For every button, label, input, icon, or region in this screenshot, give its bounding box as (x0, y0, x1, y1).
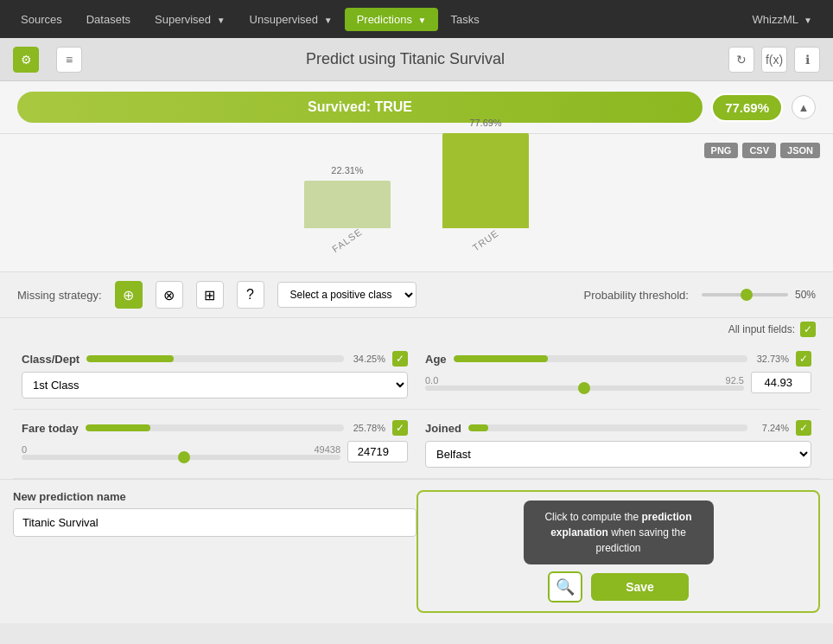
save-row: 🔍 Save (548, 571, 689, 603)
field-age-checkbox[interactable]: ✓ (796, 351, 811, 367)
nav-datasets[interactable]: Datasets (74, 8, 143, 31)
strategy-icon-1: ⊕ (123, 287, 134, 303)
field-fare-bar (86, 424, 344, 431)
collapse-btn[interactable]: ▲ (792, 95, 816, 119)
true-bar-label: 77.69% (469, 118, 501, 128)
strategy-icon-3: ⊞ (204, 287, 215, 303)
nav-sources[interactable]: Sources (9, 8, 74, 31)
controls-row: Missing strategy: ⊕ ⊗ ⊞ ? Select a posit… (0, 272, 833, 318)
true-bar-group: 77.69% TRUE (442, 118, 529, 245)
true-axis-label: TRUE (471, 227, 501, 252)
age-min-label: 0.0 (425, 375, 438, 386)
export-csv-btn[interactable]: CSV (742, 143, 776, 158)
save-section: Click to compute the prediction explanat… (416, 490, 820, 613)
field-class-dept-fill (86, 355, 174, 362)
title-bar: ⚙ ≡ Predict using Titanic Survival ↻ f(x… (0, 38, 833, 81)
field-joined-select[interactable]: Belfast (425, 441, 811, 468)
field-class-dept-select[interactable]: 1st Class (22, 372, 408, 399)
logo-icon: ⚙ (21, 53, 32, 67)
chart-area: PNG CSV JSON 22.31% FALSE 77.69% TRUE (0, 134, 833, 272)
field-joined-bar (468, 424, 747, 431)
field-age-fill (454, 355, 548, 362)
formula-icon[interactable]: f(x) (761, 47, 787, 73)
strategy-icon-2: ⊗ (163, 287, 175, 303)
age-range-thumb (578, 382, 590, 394)
tooltip-text-2: when saving the prediction (595, 526, 685, 554)
export-json-btn[interactable]: JSON (780, 143, 820, 158)
field-joined: Joined 7.24% ✓ Belfast (416, 410, 820, 479)
export-png-btn[interactable]: PNG (704, 143, 739, 158)
all-fields-checkbox[interactable]: ✓ (800, 322, 816, 337)
tooltip-text-1: Click to compute the (544, 511, 641, 523)
fields-grid: Class/Dept 34.25% ✓ 1st Class Age 32.73%… (0, 341, 833, 479)
threshold-slider[interactable] (702, 293, 788, 296)
percent-badge: 77.69% (711, 93, 783, 122)
nav-supervised[interactable]: Supervised ▼ (143, 8, 238, 31)
all-fields-row: All input fields: ✓ (0, 318, 833, 341)
fare-range-track[interactable] (22, 455, 340, 460)
nav-whizzml[interactable]: WhizzML ▼ (741, 8, 825, 31)
field-joined-checkbox[interactable]: ✓ (796, 420, 811, 436)
field-fare-percent: 25.78% (351, 423, 385, 433)
fare-max-label: 49438 (314, 444, 340, 455)
chart-export: PNG CSV JSON (704, 143, 820, 158)
field-class-dept-checkbox[interactable]: ✓ (392, 351, 408, 367)
field-fare-fill (86, 424, 150, 431)
strategy-btn-3[interactable]: ⊞ (196, 281, 224, 309)
nav-tasks[interactable]: Tasks (438, 8, 491, 31)
age-number-input[interactable] (751, 372, 811, 393)
logo-btn[interactable]: ⚙ (13, 47, 39, 73)
new-prediction-section: New prediction name (13, 490, 416, 613)
age-range-track[interactable] (425, 386, 744, 391)
false-bar (304, 181, 391, 228)
field-class-dept-name: Class/Dept (22, 353, 79, 366)
fare-number-input[interactable] (347, 441, 408, 462)
field-class-dept: Class/Dept 34.25% ✓ 1st Class (13, 341, 416, 410)
all-input-fields-label: All input fields: (728, 323, 795, 335)
field-age: Age 32.73% ✓ 0.0 92.5 (416, 341, 820, 410)
page-title: Predict using Titanic Survival (91, 50, 720, 68)
fare-min-label: 0 (22, 444, 27, 455)
false-bar-label: 22.31% (331, 165, 363, 175)
predictions-arrow-icon: ▼ (418, 16, 427, 25)
field-age-input-row: 0.0 92.5 (425, 372, 811, 393)
field-fare-today: Fare today 25.78% ✓ 0 49438 (13, 410, 416, 479)
field-class-dept-percent: 34.25% (351, 354, 385, 364)
edit-icon[interactable]: ≡ (56, 47, 82, 73)
field-fare-name: Fare today (22, 422, 79, 435)
field-age-bar (454, 355, 747, 362)
unsupervised-arrow-icon: ▼ (324, 16, 333, 25)
nav-unsupervised[interactable]: Unsupervised ▼ (238, 8, 345, 31)
field-fare-header: Fare today 25.78% ✓ (22, 420, 408, 436)
info-icon[interactable]: ℹ (794, 47, 820, 73)
false-bar-group: 22.31% FALSE (304, 165, 391, 245)
field-joined-percent: 7.24% (754, 423, 789, 433)
false-axis-label: FALSE (330, 226, 364, 254)
refresh-icon[interactable]: ↻ (728, 47, 754, 73)
new-prediction-label: New prediction name (13, 490, 416, 503)
true-bar (442, 133, 529, 228)
field-fare-input-row: 0 49438 (22, 441, 408, 462)
field-age-name: Age (425, 353, 447, 366)
positive-class-select[interactable]: Select a positive class (277, 282, 416, 308)
field-class-dept-bar (86, 355, 344, 362)
field-class-dept-header: Class/Dept 34.25% ✓ (22, 351, 408, 367)
save-btn[interactable]: Save (591, 573, 689, 601)
field-joined-input-row: Belfast (425, 441, 811, 468)
probability-threshold-label: Probability threshold: (584, 289, 689, 302)
field-joined-name: Joined (425, 422, 461, 435)
whizzml-arrow-icon: ▼ (804, 16, 812, 25)
bottom-section: New prediction name Click to compute the… (0, 479, 833, 623)
strategy-btn-4[interactable]: ? (237, 281, 264, 309)
field-fare-checkbox[interactable]: ✓ (392, 420, 408, 436)
explain-btn[interactable]: 🔍 (548, 571, 582, 603)
field-class-dept-input-row: 1st Class (22, 372, 408, 399)
prediction-name-input[interactable] (13, 508, 416, 537)
title-actions: ↻ f(x) ℹ (728, 47, 820, 73)
field-fare-range-wrapper: 0 49438 (22, 444, 340, 460)
nav-predictions[interactable]: Predictions ▼ (345, 8, 439, 31)
threshold-percent-label: 50% (795, 289, 816, 301)
strategy-btn-2[interactable]: ⊗ (156, 281, 183, 309)
strategy-btn-1[interactable]: ⊕ (115, 281, 143, 309)
supervised-arrow-icon: ▼ (217, 16, 226, 25)
